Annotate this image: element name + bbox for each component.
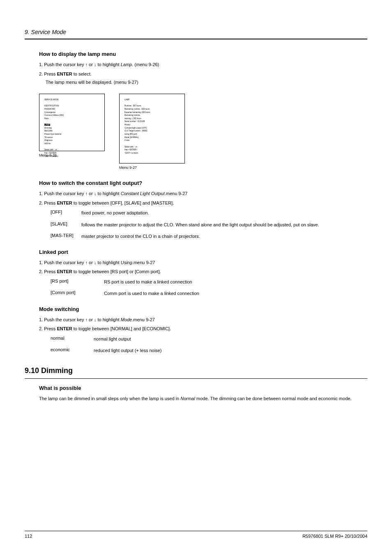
menu-text: LAMP Runtime : 367 hours Remaining runti… [120, 94, 184, 159]
definition-row: [Comm port]Comm port is used to make a l… [51, 290, 367, 297]
page-number: 112 [25, 534, 32, 539]
definition-row: [MAS-TER]master projector to control the… [51, 233, 367, 240]
definitions: [OFF]fixed power, no power adaptation.[S… [51, 210, 367, 240]
step: 1. Push the cursor key ↑ or ↓ to highlig… [39, 61, 367, 68]
definition-desc: master projector to control the CLO in a… [81, 233, 367, 240]
text: . (menu 9-26) [132, 62, 159, 67]
text: to select. [72, 71, 92, 76]
menu-9-26-box: SERVICE MODE IDENTIFICATION PASSWORD Con… [39, 94, 105, 151]
subheading: How to switch the constant light output? [39, 180, 367, 186]
definition-term: [OFF] [51, 210, 81, 216]
definitions: [RS port]RS port is used to make a linke… [51, 279, 367, 297]
italic-text: Normal [180, 396, 195, 401]
text: 2. Press [39, 200, 57, 205]
step: 2. Press ENTER to toggle between [NORMAL… [39, 325, 367, 332]
chapter-header: 9. Service Mode [25, 29, 367, 35]
step: 2. Press ENTER to toggle between [OFF], … [39, 200, 367, 207]
definition-term: [MAS-TER] [51, 233, 81, 240]
definition-term: [RS port] [51, 279, 104, 286]
italic-text: Using [121, 260, 132, 265]
bold-text: ENTER [57, 326, 72, 331]
step-sub: The lamp menu will be displayed. (menu 9… [46, 80, 367, 85]
definition-desc: reduced light output (+ less noise) [94, 347, 367, 354]
subheading: Linked port [39, 249, 367, 255]
definition-term: economic [51, 347, 94, 354]
text: .menu 9-27 [132, 317, 155, 322]
step: 2. Press ENTER to toggle between [RS por… [39, 268, 367, 275]
definition-desc: fixed power, no power adaptation. [81, 210, 367, 216]
definition-desc: RS port is used to make a linked connect… [104, 279, 367, 286]
section-display-lamp-menu: How to display the lamp menu 1. Push the… [39, 51, 367, 85]
section-switch-clo: How to switch the constant light output?… [39, 180, 367, 240]
definition-row: [OFF]fixed power, no power adaptation. [51, 210, 367, 216]
definition-row: economicreduced light output (+ less noi… [51, 347, 367, 354]
text: 1. Push the cursor key ↑ or ↓ to highlig… [39, 317, 121, 322]
header-rule [25, 39, 367, 39]
step: 1. Push the cursor key ↑ or ↓ to highlig… [39, 316, 367, 323]
page-footer: 112 R5976801 SLM R9+ 20/10/2004 [25, 531, 367, 539]
text: The lamp can be dimmed in small steps on… [39, 396, 180, 401]
italic-text: Mode [121, 317, 132, 322]
step: 2. Press ENTER to select. [39, 71, 367, 78]
text: to toggle between [NORMAL] and [ECONOMIC… [72, 326, 171, 331]
menu-figure-col: LAMP Runtime : 367 hours Remaining runti… [119, 94, 185, 170]
section-dimming-content: What is possible The lamp can be dimmed … [39, 385, 367, 402]
bold-text: ENTER [57, 269, 72, 274]
text: .menu 9-27 [132, 260, 155, 265]
definition-row: [RS port]RS port is used to make a linke… [51, 279, 367, 286]
text: 2. Press [39, 326, 57, 331]
section-mode-switching: Mode switching 1. Push the cursor key ↑ … [39, 306, 367, 354]
text: to toggle between [OFF], [SLAVE] and [MA… [72, 200, 174, 205]
menu-figure-col: SERVICE MODE IDENTIFICATION PASSWORD Con… [39, 94, 105, 157]
definition-term: [Comm port] [51, 290, 104, 297]
section-linked-port: Linked port 1. Push the cursor key ↑ or … [39, 249, 367, 297]
step: 1. Push the cursor key ↑ or ↓ to highlig… [39, 190, 367, 197]
text: 1. Push the cursor key ↑ or ↓ to highlig… [39, 62, 121, 67]
italic-text: Lamp [121, 62, 132, 67]
section-heading: 9.10 Dimming [25, 366, 367, 375]
step: 1. Push the cursor key ↑ or ↓ to highlig… [39, 259, 367, 266]
text: .menu 9-27 [165, 191, 188, 196]
definition-desc: Comm port is used to make a linked conne… [104, 290, 367, 297]
footer-rule [25, 531, 367, 531]
bold-text: ENTER [57, 200, 72, 205]
definition-row: normalnormal light output [51, 336, 367, 343]
definition-term: normal [51, 336, 94, 343]
menu-figures: SERVICE MODE IDENTIFICATION PASSWORD Con… [39, 94, 367, 170]
text: 1. Push the cursor key ↑ or ↓ to highlig… [39, 260, 121, 265]
subheading: How to display the lamp menu [39, 51, 367, 57]
text: mode. The dimming can be done between no… [195, 396, 352, 401]
text: 2. Press [39, 71, 57, 76]
text: 2. Press [39, 269, 57, 274]
italic-text: Constant Light Output [121, 191, 165, 196]
menu-text: SERVICE MODE IDENTIFICATION PASSWORD Con… [39, 94, 104, 162]
menu-9-27-box: LAMP Runtime : 367 hours Remaining runti… [119, 94, 185, 164]
footer-doc-info: R5976801 SLM R9+ 20/10/2004 [302, 534, 367, 539]
definitions: normalnormal light outputeconomicreduced… [51, 336, 367, 354]
paragraph: The lamp can be dimmed in small steps on… [39, 395, 367, 402]
definition-term: [SLAVE] [51, 221, 81, 228]
definition-desc: normal light output [94, 336, 367, 343]
section-rule [25, 378, 367, 379]
definition-row: [SLAVE]follows the master projector to a… [51, 221, 367, 228]
subheading: What is possible [39, 385, 367, 391]
definition-desc: follows the master projector to adjust t… [81, 221, 367, 228]
text: to toggle between [RS port] or [Comm por… [72, 269, 161, 274]
menu-label: Menu 9-27 [119, 166, 185, 170]
text: 1. Push the cursor key ↑ or ↓ to highlig… [39, 191, 121, 196]
bold-text: ENTER [57, 71, 72, 76]
subheading: Mode switching [39, 306, 367, 312]
